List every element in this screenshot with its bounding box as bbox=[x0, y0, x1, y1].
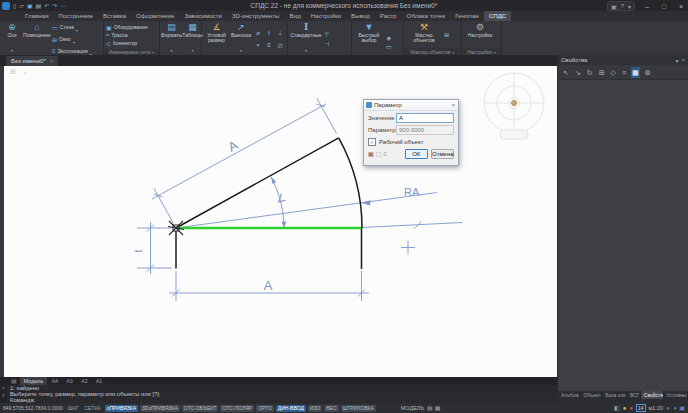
equipment-button[interactable]: ▣ Оборудование bbox=[106, 23, 148, 31]
command-strip-icon[interactable]: ≡ bbox=[2, 393, 5, 398]
status-toggle-button[interactable]: ОРТО bbox=[256, 405, 274, 412]
layout-tab[interactable]: Модель bbox=[20, 377, 48, 385]
select-objects-icon[interactable]: ↘ bbox=[574, 67, 582, 78]
table-icon[interactable]: ▦ bbox=[368, 151, 374, 158]
status-toggle-button[interactable]: ОТС-ПОЛЯР bbox=[220, 405, 254, 412]
panel-tab[interactable]: Условны... bbox=[664, 391, 688, 399]
ribbon-tab[interactable]: Вставка bbox=[98, 11, 131, 21]
close-button[interactable]: × bbox=[676, 3, 686, 10]
explication-button[interactable]: ≡ Экспликация bbox=[52, 47, 92, 55]
help-icon[interactable]: ? bbox=[621, 3, 624, 9]
ribbon-tab[interactable]: Оформление bbox=[131, 11, 179, 21]
minimize-button[interactable]: – bbox=[642, 3, 652, 10]
panel-tab[interactable]: ВСГ bbox=[627, 391, 641, 399]
status-toggle-button[interactable]: СЕТКА bbox=[82, 405, 102, 412]
object-wizard-button[interactable]: ⚒ Мастер объектов bbox=[406, 22, 442, 47]
status-toggle-button[interactable]: 3DоПРИВЯЗКА bbox=[140, 405, 180, 412]
panel-body[interactable] bbox=[558, 80, 688, 391]
paper-space-icon[interactable]: ▤ bbox=[427, 404, 433, 412]
axes-button[interactable]: ⊕ Оси bbox=[2, 22, 22, 56]
ribbon-mini-icon[interactable]: ⊞ bbox=[444, 31, 449, 38]
print-icon[interactable]: ▤ bbox=[36, 2, 42, 10]
annotation-scale[interactable]: м1:20 bbox=[649, 405, 664, 411]
document-tab[interactable]: Без имени0* × bbox=[6, 56, 58, 66]
status-toggle-button[interactable]: ДИН-ВВОД bbox=[276, 405, 306, 412]
status-toggle-button[interactable]: оПРИВЯЗКА bbox=[105, 405, 138, 412]
ribbon-mini-icon[interactable]: ◈ bbox=[386, 34, 392, 41]
dialog-title-bar[interactable]: Параметр × bbox=[364, 100, 458, 111]
ribbon-mini-icon[interactable]: ⊤ bbox=[324, 31, 329, 38]
list-icon[interactable]: ≡ bbox=[383, 151, 387, 158]
save-icon[interactable]: ▣ bbox=[27, 2, 33, 10]
isolate-objects-icon[interactable]: ● bbox=[666, 404, 670, 412]
ribbon-tab[interactable]: Главная bbox=[20, 11, 54, 21]
layout-list-icon[interactable]: ▤ bbox=[9, 377, 19, 385]
ribbon-mini-icon[interactable]: × bbox=[253, 42, 263, 54]
ribbon-mini-icon[interactable]: ▭ bbox=[386, 43, 392, 50]
command-line-history[interactable]: 1: найденоВыберите точку, размер, параме… bbox=[7, 385, 557, 404]
workspace-icon[interactable]: ◧ bbox=[614, 404, 620, 412]
panel-tab[interactable]: Альбомы bbox=[558, 391, 580, 399]
grid-view-icon[interactable]: ▦ bbox=[631, 67, 640, 78]
new-file-icon[interactable]: ▯ bbox=[13, 2, 16, 10]
status-toggle-button[interactable]: ВЕС bbox=[324, 405, 338, 412]
navigation-wheel[interactable] bbox=[484, 73, 544, 139]
field-icon[interactable]: ▢ bbox=[376, 151, 382, 158]
app-logo-icon[interactable] bbox=[2, 2, 10, 10]
panel-tab[interactable]: База эле... bbox=[602, 391, 627, 399]
command-strip-icon[interactable]: × bbox=[2, 386, 5, 391]
panel-header[interactable]: Свойства ▾ × bbox=[558, 55, 688, 65]
ribbon-tab[interactable]: Облака точек bbox=[402, 11, 451, 21]
formats-button[interactable]: ▤ Форматы bbox=[162, 22, 181, 56]
dialog-close-icon[interactable]: × bbox=[451, 102, 458, 108]
ribbon-tab[interactable]: Настройки bbox=[306, 11, 346, 21]
object-lines[interactable] bbox=[176, 138, 362, 269]
window-button[interactable]: ⊞ Окно bbox=[52, 35, 92, 43]
layout-tab[interactable]: A4 bbox=[47, 377, 62, 385]
route-button[interactable]: ≈ Трасса bbox=[106, 31, 148, 39]
ok-button[interactable]: OK bbox=[405, 149, 428, 159]
ribbon-mini-icon[interactable]: ⌀ bbox=[253, 29, 263, 41]
list-view-icon[interactable]: ≡ bbox=[621, 67, 627, 78]
layout-tab[interactable]: A3 bbox=[62, 377, 77, 385]
ribbon-tab[interactable]: Зависимости bbox=[179, 11, 227, 21]
panel-tab[interactable]: Свойства bbox=[641, 391, 664, 399]
working-object-checkbox[interactable]: ✓ bbox=[368, 138, 376, 146]
model-space-label[interactable]: МОДЕЛЬ bbox=[401, 405, 424, 411]
status-toggle-button[interactable]: ШАГ bbox=[66, 405, 81, 412]
open-folder-icon[interactable]: ▱ bbox=[19, 2, 24, 10]
undo-icon[interactable]: ↶ bbox=[44, 2, 49, 10]
ribbon-mini-icon[interactable]: ∅ bbox=[275, 42, 285, 54]
ribbon-tab[interactable]: Вывод bbox=[346, 11, 375, 21]
ribbon-group-footer[interactable]: Настройки bbox=[462, 48, 501, 55]
ribbon-mini-icon[interactable]: Ⅰ bbox=[264, 29, 274, 41]
close-tab-icon[interactable]: × bbox=[50, 56, 54, 66]
status-toggle-button[interactable]: ОТС-ОБЪЕКТ bbox=[182, 405, 218, 412]
select-cursor-icon[interactable]: ↖ bbox=[562, 67, 570, 78]
interface-settings-icon[interactable]: ▣ bbox=[679, 404, 685, 412]
drawing-svg[interactable]: A A t RA ∠ bbox=[4, 66, 557, 377]
annotation-scale-badge[interactable]: 14 bbox=[636, 404, 646, 412]
panel-tab[interactable]: Объекты bbox=[580, 391, 602, 399]
pick-point-icon[interactable]: ◇ bbox=[610, 67, 617, 78]
tables-button[interactable]: ▦ Таблицы bbox=[183, 22, 202, 56]
room-button[interactable]: ⌂ Помещение bbox=[24, 22, 50, 56]
ribbon-tab[interactable]: 3D-инструменты bbox=[227, 11, 285, 21]
refresh-icon[interactable]: ↻ bbox=[586, 67, 594, 78]
settings-button[interactable]: ⚙ Настройки bbox=[464, 22, 496, 47]
ribbon-tab[interactable]: Вид bbox=[285, 11, 306, 21]
customize-icon[interactable]: ⋯ bbox=[60, 2, 66, 10]
model-space-icon[interactable]: ▦ bbox=[435, 404, 441, 412]
redo-icon[interactable]: ↷ bbox=[52, 2, 57, 10]
add-icon[interactable]: ⊞ bbox=[598, 67, 606, 78]
ribbon-group-footer[interactable]: Мастер объектов bbox=[404, 48, 461, 55]
help-search-box[interactable]: ▣ ? ▾ bbox=[607, 1, 635, 11]
ribbon-tab[interactable]: Генплан bbox=[450, 11, 484, 21]
ribbon-mini-icon[interactable]: ⊣ bbox=[324, 40, 329, 47]
layout-tab[interactable]: A2 bbox=[77, 377, 92, 385]
status-toggle-button[interactable]: ШТРИХОВКА bbox=[341, 405, 376, 412]
standard-parts-button[interactable]: I Стандартные bbox=[290, 22, 322, 56]
annotation-bulb-icon[interactable]: ● bbox=[623, 404, 627, 412]
ribbon-mini-icon[interactable]: ⊥ bbox=[275, 29, 285, 41]
value-input[interactable]: A bbox=[396, 113, 454, 123]
